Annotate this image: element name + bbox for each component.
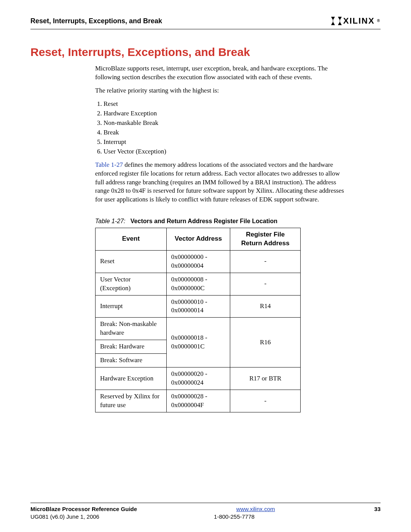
col-header-return: Register File Return Address: [230, 228, 301, 250]
intro-paragraph-1: MicroBlaze supports reset, interrupt, us…: [95, 64, 346, 82]
table-row: Interrupt 0x00000010 - 0x00000014 R14: [96, 295, 301, 318]
intro-paragraph-3: Table 1-27 defines the memory address lo…: [95, 161, 346, 204]
cell-address: 0x00000028 - 0x0000004F: [166, 390, 230, 412]
cell-event: Interrupt: [96, 295, 167, 318]
svg-marker-0: [331, 17, 335, 25]
cell-event: Break: Non-maskable hardware: [96, 318, 167, 340]
table-caption-title: Vectors and Return Address Register File…: [131, 218, 277, 224]
table-row: Break: Non-maskable hardware 0x00000018 …: [96, 318, 301, 340]
cell-event: Break: Software: [96, 354, 167, 367]
table-caption-label: Table 1-27:: [95, 218, 125, 224]
cell-event: User Vector (Exception): [96, 273, 167, 295]
cell-return: R16: [230, 318, 301, 367]
xilinx-logo: XILINX®: [331, 15, 381, 27]
intro-paragraph-3-body: defines the memory address locations of …: [95, 161, 344, 203]
body-content: MicroBlaze supports reset, interrupt, us…: [95, 64, 346, 412]
xilinx-logo-text: XILINX: [343, 15, 375, 27]
footer-url-link[interactable]: www.xilinx.com: [236, 506, 275, 512]
page: Reset, Interrupts, Exceptions, and Break…: [0, 0, 411, 532]
vectors-table: Event Vector Address Register File Retur…: [95, 228, 301, 412]
list-item: Non-maskable Break: [104, 119, 346, 128]
page-footer: MicroBlaze Processor Reference Guide www…: [30, 503, 381, 521]
header-bar: Reset, Interrupts, Exceptions, and Break…: [30, 15, 381, 29]
xilinx-logo-icon: [331, 17, 342, 25]
section-heading: Reset, Interrupts, Exceptions, and Break: [30, 45, 381, 60]
list-item: User Vector (Exception): [104, 147, 346, 156]
table-caption: Table 1-27: Vectors and Return Address R…: [95, 217, 346, 225]
list-item: Hardware Exception: [104, 109, 346, 118]
table-reference-link[interactable]: Table 1-27: [95, 161, 123, 168]
priority-list: Reset Hardware Exception Non-maskable Br…: [95, 100, 346, 156]
table-row: Reserved by Xilinx for future use 0x0000…: [96, 390, 301, 412]
cell-event: Reserved by Xilinx for future use: [96, 390, 167, 412]
running-header: Reset, Interrupts, Exceptions, and Break: [30, 16, 162, 26]
cell-return: -: [230, 250, 301, 273]
cell-return: R14: [230, 295, 301, 318]
page-number: 33: [374, 505, 381, 513]
cell-address: 0x00000010 - 0x00000014: [166, 295, 230, 318]
list-item: Reset: [104, 100, 346, 109]
cell-return: -: [230, 273, 301, 295]
cell-event: Break: Hardware: [96, 340, 167, 354]
table-row: Hardware Exception 0x00000020 - 0x000000…: [96, 367, 301, 390]
cell-address: 0x00000000 - 0x00000004: [166, 250, 230, 273]
col-header-event: Event: [96, 228, 167, 250]
cell-address: 0x00000018 - 0x0000001C: [166, 318, 230, 367]
cell-address: 0x00000020 - 0x00000024: [166, 367, 230, 390]
cell-address: 0x00000008 - 0x0000000C: [166, 273, 230, 295]
table-row: User Vector (Exception) 0x00000008 - 0x0…: [96, 273, 301, 295]
cell-event: Hardware Exception: [96, 367, 167, 390]
footer-guide-title: MicroBlaze Processor Reference Guide: [30, 506, 137, 512]
cell-event: Reset: [96, 250, 167, 273]
cell-return: -: [230, 390, 301, 412]
list-item: Break: [104, 128, 346, 137]
footer-phone: 1-800-255-7778: [214, 513, 255, 521]
cell-return: R17 or BTR: [230, 367, 301, 390]
list-item: Interrupt: [104, 138, 346, 147]
col-header-vector: Vector Address: [166, 228, 230, 250]
table-row: Reset 0x00000000 - 0x00000004 -: [96, 250, 301, 273]
svg-marker-1: [338, 17, 342, 25]
intro-paragraph-2: The relative priority starting with the …: [95, 86, 346, 95]
footer-docid: UG081 (v6.0) June 1, 2006: [30, 513, 99, 521]
registered-mark: ®: [377, 18, 381, 24]
